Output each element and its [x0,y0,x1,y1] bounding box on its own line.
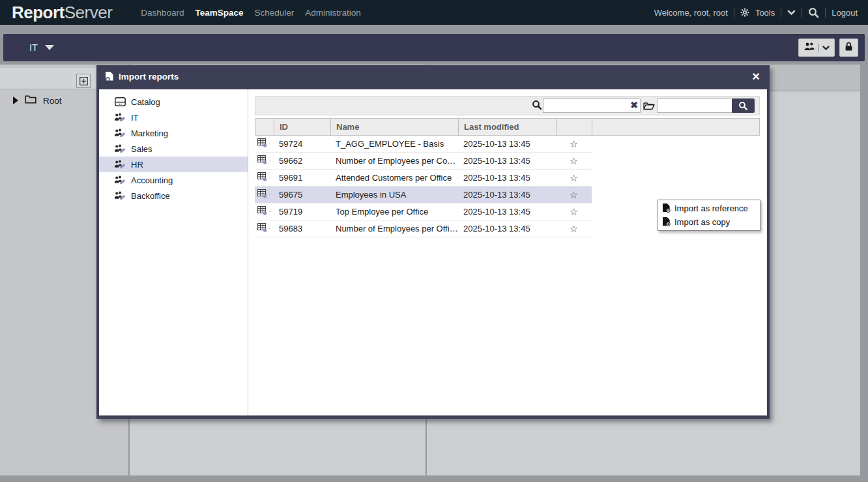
favorite-star-icon[interactable]: ☆ [556,224,592,233]
table-row-selected[interactable]: · 59675 Employees in USA 2025-10-13 13:4… [255,187,592,203]
nav-teamspace[interactable]: TeamSpace [195,8,243,18]
table-row[interactable]: · 59724 T_AGG_EMPLOYEE - Basis 2025-10-1… [255,136,592,153]
search-icon [532,100,542,113]
column-name[interactable]: Name [331,119,459,135]
teamspace-members-button[interactable] [798,38,835,57]
search-toolbar: ✖ [255,96,760,115]
favorite-star-icon[interactable]: ☆ [556,139,592,149]
teamspace-item-marketing[interactable]: Marketing [99,125,248,141]
teamspace-item-label: Accounting [131,175,173,185]
report-browser: ✖ ID Name Last mod [248,89,767,415]
tree-node-label: Root [43,96,62,106]
nav-administration[interactable]: Administration [305,8,361,18]
teamspace-item-catalog[interactable]: Catalog [99,94,248,110]
reportserver-logo[interactable]: ReportServer [12,3,112,23]
teamspace-actions [798,38,858,57]
teamspace-item-label: Backoffice [131,191,170,201]
teamspace-icon [114,113,126,123]
catalog-icon [114,97,126,106]
users-icon [803,42,815,53]
report-table: · 59724 T_AGG_EMPLOYEE - Basis 2025-10-1… [255,136,592,237]
header-right: Welcome, root, root Tools Logout [654,7,858,18]
cell-name: Employees in USA [330,190,458,200]
favorite-star-icon[interactable]: ☆ [556,207,592,217]
divider [734,8,734,18]
search-submit-button[interactable] [732,98,755,113]
close-icon[interactable]: × [752,70,760,83]
column-last-modified[interactable]: Last modified [459,119,557,135]
teamspace-item-sales[interactable]: Sales [99,141,248,157]
divider [825,8,826,18]
clear-filter-icon[interactable]: ✖ [630,100,638,110]
context-menu: Import as reference Import as copy [658,200,760,231]
search-icon[interactable] [808,7,819,18]
column-favorite[interactable] [557,119,592,135]
drag-dot-icon: · [268,225,270,232]
column-filler [592,119,759,135]
column-type[interactable] [255,119,274,135]
favorite-star-icon[interactable]: ☆ [556,156,592,166]
drag-dot-icon: · [268,157,270,164]
table-row[interactable]: · 59662 Number of Employees per Cou... 2… [255,153,592,170]
gear-icon [740,8,749,17]
dialog-body: Catalog IT Marketing [99,89,767,415]
favorite-star-icon[interactable]: ☆ [556,173,592,183]
drag-dot-icon: · [268,208,270,215]
teamspace-icon [114,160,126,170]
teamspace-item-label: Catalog [131,97,160,107]
favorite-star-icon[interactable]: ☆ [556,190,592,200]
table-row[interactable]: · 59683 Number of Employees per Office 2… [255,220,592,237]
teamspace-item-hr[interactable]: HR [99,157,248,172]
dialog-title: Import reports [119,72,179,82]
tools-menu[interactable]: Tools [755,8,775,18]
menu-item-import-as-reference[interactable]: Import as reference [658,202,760,215]
import-copy-icon [662,217,671,228]
column-id[interactable]: ID [274,119,331,135]
tree-expand-arrow-icon[interactable] [13,97,18,104]
filter-input-wrap: ✖ [543,98,641,113]
report-icon [257,172,267,183]
dialog-header: Import reports × [96,65,770,87]
cell-last-modified: 2025-10-13 13:45 [458,139,556,149]
teamspace-selector[interactable]: IT [29,42,54,53]
cell-id: 59691 [274,173,330,183]
teamspace-icon [114,191,126,201]
teamspace-item-it[interactable]: IT [99,110,248,125]
teamspace-item-backoffice[interactable]: Backoffice [99,188,248,203]
expand-tree-button[interactable] [76,74,91,88]
drag-dot-icon: · [268,191,270,198]
nav-scheduler[interactable]: Scheduler [254,8,294,18]
cell-last-modified: 2025-10-13 13:45 [458,156,556,166]
divider [818,44,819,52]
tree-node-root[interactable]: Root [13,94,62,107]
open-folder-icon[interactable] [643,101,655,113]
drag-dot-icon: · [268,174,270,181]
cell-name: Top Employee per Office [330,207,458,217]
logo-light: Server [65,3,113,22]
cell-last-modified: 2025-10-13 13:45 [458,224,556,233]
table-row[interactable]: · 59719 Top Employee per Office 2025-10-… [255,203,592,220]
report-icon [257,155,267,166]
teamspace-item-label: Sales [131,144,152,154]
table-row[interactable]: · 59691 Attended Customers per Office 20… [255,170,592,187]
cell-id: 59662 [274,156,330,166]
table-header: ID Name Last modified [255,118,760,136]
menu-item-import-as-copy[interactable]: Import as copy [658,215,760,229]
cell-name: T_AGG_EMPLOYEE - Basis [330,139,458,149]
teamspace-item-accounting[interactable]: Accounting [99,172,248,188]
report-icon [257,138,267,149]
teamspace-item-label: Marketing [131,128,168,138]
chevron-down-icon[interactable] [787,10,796,16]
cell-name: Number of Employees per Office [330,224,458,233]
cell-last-modified: 2025-10-13 13:45 [458,207,556,217]
teamspace-security-button[interactable] [839,38,858,57]
teamspace-icon [114,128,126,138]
nav-dashboard[interactable]: Dashboard [141,8,184,18]
cell-id: 59675 [274,190,330,200]
teamspace-bar: IT [3,34,865,61]
cell-id: 59683 [274,224,330,233]
filter-input[interactable] [543,98,641,113]
report-icon [257,206,267,217]
logout-link[interactable]: Logout [832,8,858,18]
divider [781,8,781,18]
